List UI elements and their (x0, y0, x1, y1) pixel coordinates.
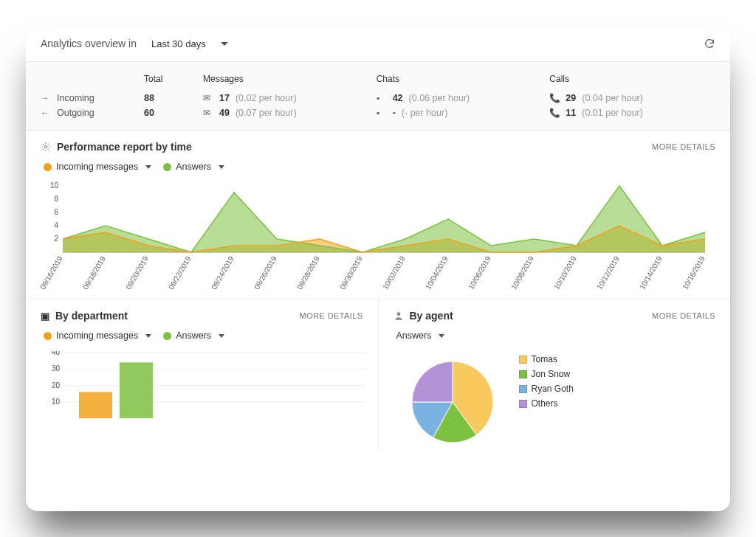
chevron-down-icon (439, 334, 444, 338)
chevron-down-icon (219, 165, 224, 169)
svg-text:6: 6 (54, 208, 58, 216)
row-outgoing-label: ←Outgoing (41, 108, 137, 118)
svg-text:30: 30 (52, 364, 61, 373)
mail-icon: ✉ (203, 93, 213, 103)
swatch-others (519, 400, 527, 408)
chat-icon: ▪ (377, 108, 387, 118)
performance-chart: 24681009/16/201909/18/201909/20/201909/2… (41, 182, 712, 293)
performance-panel: Performance report by time MORE DETAILS … (26, 131, 730, 299)
agent-more-link[interactable]: MORE DETAILS (652, 311, 715, 320)
svg-text:10/16/2019: 10/16/2019 (681, 254, 707, 291)
dot-green-icon (163, 163, 171, 171)
total-head: Total (144, 74, 196, 84)
gear-icon (41, 142, 51, 152)
mail-icon: ✉ (203, 108, 213, 118)
page-title: Analytics overview in (41, 38, 137, 49)
svg-text:8: 8 (54, 195, 58, 203)
chat-icon: ▪ (377, 93, 387, 103)
svg-text:10: 10 (52, 398, 61, 406)
agent-pie-chart (394, 354, 504, 450)
svg-text:09/24/2019: 09/24/2019 (210, 254, 236, 291)
phone-icon: 📞 (549, 93, 560, 103)
folder-icon: ▣ (41, 311, 49, 322)
performance-legend: Incoming messages Answers (29, 157, 730, 179)
department-chart: 10203040 (41, 351, 365, 421)
chevron-down-icon (221, 42, 228, 46)
agent-panel: By agent MORE DETAILS Answers Tomas Jon … (379, 299, 731, 450)
svg-rect-32 (120, 362, 153, 418)
legend-incoming-dropdown[interactable]: Incoming messages (44, 162, 151, 172)
agent-title: By agent (394, 310, 453, 322)
swatch-ryan-goth (519, 385, 527, 393)
svg-text:09/30/2019: 09/30/2019 (338, 254, 364, 291)
svg-text:20: 20 (52, 381, 61, 389)
svg-text:10: 10 (50, 182, 59, 190)
svg-text:09/16/2019: 09/16/2019 (41, 254, 64, 291)
svg-text:10/04/2019: 10/04/2019 (424, 254, 450, 291)
performance-more-link[interactable]: MORE DETAILS (652, 142, 715, 151)
page-header: Analytics overview in Last 30 days (26, 26, 730, 62)
svg-text:09/20/2019: 09/20/2019 (124, 254, 150, 291)
chats-head: Chats (377, 74, 543, 84)
svg-text:09/22/2019: 09/22/2019 (167, 254, 193, 291)
chevron-down-icon (145, 165, 151, 169)
chevron-down-icon (219, 334, 224, 338)
department-title: ▣ By department (41, 310, 128, 322)
svg-point-33 (396, 312, 400, 316)
person-icon (394, 311, 404, 321)
svg-text:10/14/2019: 10/14/2019 (638, 254, 664, 291)
svg-text:40: 40 (52, 351, 61, 356)
dot-green-icon (163, 332, 171, 340)
row-incoming-label: →Incoming (41, 93, 137, 103)
agent-metric-dropdown[interactable]: Answers (396, 330, 445, 341)
swatch-tomas (519, 356, 527, 364)
swatch-jon-snow (519, 370, 527, 378)
arrow-left-icon: ← (41, 108, 51, 118)
svg-text:10/02/2019: 10/02/2019 (381, 254, 407, 291)
department-more-link[interactable]: MORE DETAILS (300, 311, 363, 320)
refresh-icon[interactable] (704, 38, 715, 49)
performance-title: Performance report by time (41, 141, 192, 153)
department-panel: ▣ By department MORE DETAILS Incoming me… (26, 299, 379, 450)
total-outgoing: 60 (144, 108, 154, 118)
calls-head: Calls (549, 74, 715, 84)
date-range-label: Last 30 days (151, 38, 206, 49)
svg-text:10/12/2019: 10/12/2019 (595, 254, 621, 291)
svg-text:09/26/2019: 09/26/2019 (252, 254, 278, 291)
dept-legend-answers-dropdown[interactable]: Answers (163, 330, 224, 341)
dot-orange-icon (44, 332, 52, 340)
chevron-down-icon (145, 334, 151, 338)
analytics-card: Analytics overview in Last 30 days →Inco… (26, 26, 730, 511)
total-incoming: 88 (144, 93, 154, 103)
messages-head: Messages (203, 74, 369, 84)
svg-text:10/06/2019: 10/06/2019 (467, 254, 492, 291)
svg-text:09/28/2019: 09/28/2019 (295, 254, 321, 291)
svg-point-0 (44, 145, 47, 148)
legend-answers-dropdown[interactable]: Answers (163, 162, 224, 172)
dept-legend-incoming-dropdown[interactable]: Incoming messages (44, 330, 151, 341)
arrow-right-icon: → (41, 93, 51, 103)
svg-text:10/08/2019: 10/08/2019 (509, 254, 535, 291)
agent-pie-legend: Tomas Jon Snow Ryan Goth Others (519, 354, 574, 409)
phone-icon: 📞 (549, 108, 560, 118)
summary-grid: →Incoming ←Outgoing Total 88 60 Messages… (26, 62, 730, 131)
svg-rect-31 (79, 392, 112, 418)
dot-orange-icon (44, 163, 52, 171)
svg-text:09/18/2019: 09/18/2019 (81, 254, 107, 291)
svg-text:10/10/2019: 10/10/2019 (552, 254, 578, 291)
date-range-dropdown[interactable]: Last 30 days (151, 38, 228, 49)
svg-text:4: 4 (54, 221, 58, 229)
svg-text:2: 2 (54, 235, 58, 243)
